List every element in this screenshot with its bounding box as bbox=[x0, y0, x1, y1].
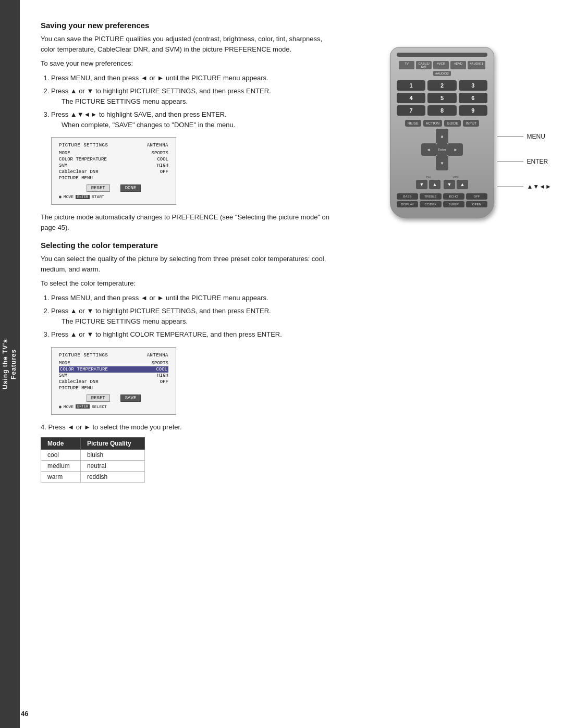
remote-dpad: ▲ ▼ ◄ ► Enter bbox=[421, 129, 463, 170]
enter-label-line bbox=[497, 162, 523, 162]
remote-vol-btns: ▼ ▲ bbox=[444, 180, 468, 189]
arrows-label-line bbox=[497, 187, 523, 187]
remote-ch-group: CH ▼ ▲ bbox=[416, 176, 440, 189]
menu1-row-4: PICTURE MENU bbox=[59, 175, 168, 181]
sidebar-label: Using the TV's Features bbox=[2, 339, 18, 389]
remote-open-btn[interactable]: OPEN bbox=[466, 201, 487, 207]
menu-label-text: MENU bbox=[527, 133, 545, 140]
arrows-label-item: ▲▼◄► bbox=[497, 183, 552, 190]
menu1-row-2: SVMHIGH bbox=[59, 163, 168, 169]
page-container: Using the TV's Features Saving your new … bbox=[0, 0, 563, 728]
remote-right-btn[interactable]: ► bbox=[448, 143, 463, 156]
remote-vol-group: VOL ▼ ▲ bbox=[444, 176, 468, 189]
menu2-buttons: RESET SAVE bbox=[59, 394, 168, 402]
section2-intro: You can select the quality of the pictur… bbox=[41, 254, 338, 274]
remote-treble-btn[interactable]: TREBLE bbox=[420, 193, 441, 200]
remote-enter-center[interactable]: Enter bbox=[434, 142, 450, 157]
menu2-footer: ◉ MOVE ENTER SELECT bbox=[59, 404, 168, 409]
remote-bass-btn[interactable]: BASS bbox=[397, 193, 418, 200]
remote-down-btn[interactable]: ▼ bbox=[436, 156, 448, 170]
remote-ch-down[interactable]: ▼ bbox=[416, 180, 427, 189]
menu-screenshot-2: PICTURE SETTINGS ANTENNA MODESPORTS COLO… bbox=[51, 347, 176, 415]
menu1-row-0: MODESPORTS bbox=[59, 150, 168, 156]
section1-after-note: The picture mode automatically changes t… bbox=[41, 212, 338, 232]
remote-container: TV CABLE/SAT #VCR #DVD #AUDIO1 #AUDIO2 1… bbox=[390, 47, 505, 218]
remote-top-bar bbox=[397, 53, 487, 57]
sidebar: Using the TV's Features bbox=[0, 0, 20, 728]
remote-display-btn[interactable]: DISPLAY bbox=[397, 201, 418, 207]
table-cell-quality-1: neutral bbox=[80, 461, 144, 472]
remote-number-grid: 1 2 3 4 5 6 7 8 9 bbox=[397, 80, 487, 116]
menu-label-item: MENU bbox=[497, 133, 552, 140]
menu-label-line bbox=[497, 137, 523, 137]
menu2-row-0: MODESPORTS bbox=[59, 360, 168, 366]
remote-labels: MENU ENTER ▲▼◄► bbox=[497, 133, 552, 190]
section2-to-select: To select the color temperature: bbox=[41, 278, 338, 289]
remote-btn-3[interactable]: 3 bbox=[459, 80, 487, 91]
table-cell-mode-2: warm bbox=[41, 472, 81, 483]
remote-btn-2[interactable]: 2 bbox=[427, 80, 456, 91]
section2-title: Selecting the color temperature bbox=[41, 241, 338, 250]
table-cell-quality-0: bluish bbox=[80, 450, 144, 461]
menu1-footer: ◉ MOVE ENTER START bbox=[59, 194, 168, 199]
remote-vol-down[interactable]: ▼ bbox=[444, 180, 455, 189]
remote-btn-9[interactable]: 9 bbox=[459, 105, 487, 116]
menu2-save-btn[interactable]: SAVE bbox=[120, 394, 141, 402]
remote-left-btn[interactable]: ◄ bbox=[421, 143, 436, 156]
remote-vcr-btn[interactable]: #VCR bbox=[433, 61, 449, 69]
remote-vol-up[interactable]: ▲ bbox=[457, 180, 468, 189]
main-content: Saving your new preferences You can save… bbox=[20, 0, 364, 728]
table-row: medium neutral bbox=[41, 461, 145, 472]
remote-dvd-btn[interactable]: #DVD bbox=[450, 61, 466, 69]
remote-input-btn[interactable]: INPUT bbox=[463, 120, 479, 127]
remote-btn-7[interactable]: 7 bbox=[397, 105, 425, 116]
table-col1: Mode bbox=[41, 438, 81, 450]
enter-label-text: ENTER bbox=[527, 158, 548, 165]
remote-cc-btn[interactable]: CC/DEX bbox=[420, 201, 441, 207]
remote-nav-section: RE/SE ACTION GUIDE INPUT ▲ ▼ ◄ ► Enter bbox=[397, 120, 487, 189]
remote-echo-btn[interactable]: ECHO bbox=[443, 193, 464, 200]
menu2-reset-btn[interactable]: RESET bbox=[87, 394, 110, 402]
remote-btn-1[interactable]: 1 bbox=[397, 80, 425, 91]
color-temperature-table: Mode Picture Quality cool bluish medium … bbox=[41, 437, 145, 483]
table-row: cool bluish bbox=[41, 450, 145, 461]
menu1-reset-btn[interactable]: RESET bbox=[87, 184, 110, 192]
remote-action-btn[interactable]: ACTION bbox=[423, 120, 442, 127]
section1-to-save: To save your new preferences: bbox=[41, 58, 338, 69]
remote-ch-vol: CH ▼ ▲ VOL ▼ ▲ bbox=[416, 176, 468, 189]
remote-control: TV CABLE/SAT #VCR #DVD #AUDIO1 #AUDIO2 1… bbox=[390, 47, 494, 218]
remote-ch-btns: ▼ ▲ bbox=[416, 180, 440, 189]
remote-rese-btn[interactable]: RE/SE bbox=[405, 120, 421, 127]
enter-label-item: ENTER bbox=[497, 158, 552, 165]
remote-bottom-buttons: BASS TREBLE ECHO OFF DISPLAY CC/DEX SLEE… bbox=[397, 193, 487, 207]
remote-audio1-btn[interactable]: #AUDIO1 bbox=[468, 61, 485, 69]
menu2-row-1-highlighted: COLOR TEMPERATURECOOL bbox=[59, 366, 168, 373]
remote-up-btn[interactable]: ▲ bbox=[436, 129, 448, 143]
menu1-buttons: RESET DONE bbox=[59, 184, 168, 192]
remote-btn-4[interactable]: 4 bbox=[397, 93, 425, 103]
remote-source-buttons: TV CABLE/SAT #VCR #DVD #AUDIO1 #AUDIO2 bbox=[397, 61, 487, 76]
remote-ch-label: CH bbox=[426, 176, 431, 179]
remote-btn-8[interactable]: 8 bbox=[427, 105, 456, 116]
menu1-done-btn[interactable]: DONE bbox=[120, 184, 141, 192]
menu2-row-3: CableClear DNROFF bbox=[59, 379, 168, 385]
remote-sleep-btn[interactable]: SLEEP bbox=[443, 201, 464, 207]
table-cell-mode-1: medium bbox=[41, 461, 81, 472]
table-row: warm reddish bbox=[41, 472, 145, 483]
menu1-title: PICTURE SETTINGS ANTENNA bbox=[59, 143, 168, 148]
right-panel: TV CABLE/SAT #VCR #DVD #AUDIO1 #AUDIO2 1… bbox=[364, 0, 531, 728]
menu1-row-3: CableClear DNROFF bbox=[59, 169, 168, 175]
remote-tv-btn[interactable]: TV bbox=[399, 61, 414, 69]
remote-guide-btn[interactable]: GUIDE bbox=[444, 120, 461, 127]
remote-cable-btn[interactable]: CABLE/SAT bbox=[416, 61, 432, 69]
section2-step2-sub: The PICTURE SETTINGS menu appears. bbox=[62, 316, 338, 327]
remote-audio2-btn[interactable]: #AUDIO2 bbox=[433, 71, 451, 76]
section1-steps: Press MENU, and then press ◄ or ► until … bbox=[51, 73, 338, 130]
remote-btn-5[interactable]: 5 bbox=[427, 93, 456, 103]
remote-ch-up[interactable]: ▲ bbox=[429, 180, 440, 189]
remote-off-btn[interactable]: OFF bbox=[466, 193, 487, 200]
section1-step2: Press ▲ or ▼ to highlight PICTURE SETTIN… bbox=[51, 86, 338, 106]
page-number: 46 bbox=[21, 710, 28, 718]
remote-btn-6[interactable]: 6 bbox=[459, 93, 487, 103]
menu1-row-1: COLOR TEMPERATURECOOL bbox=[59, 156, 168, 163]
